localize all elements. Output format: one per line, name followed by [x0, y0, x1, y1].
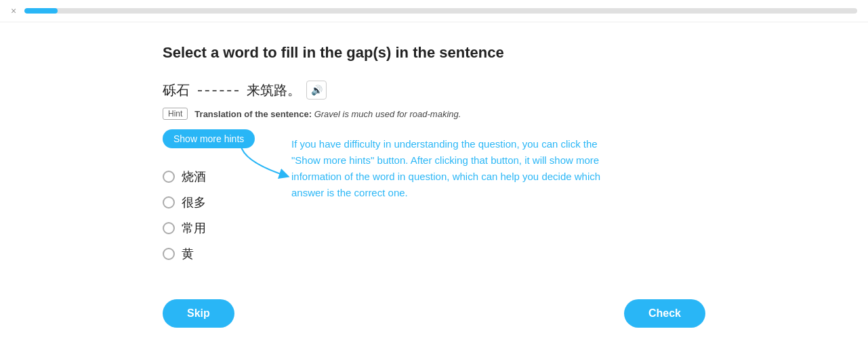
radio-0[interactable] [163, 171, 175, 183]
hint-row: Hint Translation of the sentence: Gravel… [163, 108, 705, 120]
top-bar: × [0, 0, 868, 22]
gap-underline [198, 89, 239, 91]
radio-2[interactable] [163, 222, 175, 234]
audio-button[interactable]: 🔊 [306, 81, 327, 100]
option-label-1: 很多 [182, 194, 206, 211]
speaker-icon: 🔊 [311, 85, 323, 95]
option-label-0: 烧酒 [182, 169, 206, 185]
hint-translation-value: Gravel is much used for road-making. [314, 109, 461, 119]
tooltip-arrow-icon [237, 142, 298, 186]
option-item-3[interactable]: 黄 [163, 246, 705, 262]
sentence-after: 来筑路。 [247, 81, 301, 100]
show-hints-container: Show more hints If you have difficulty i… [163, 129, 255, 162]
radio-3[interactable] [163, 248, 175, 260]
main-content: Select a word to fill in the gap(s) in t… [0, 22, 868, 293]
radio-1[interactable] [163, 196, 175, 209]
skip-button[interactable]: Skip [163, 299, 234, 328]
hint-badge: Hint [163, 108, 188, 120]
progress-bar-container [24, 8, 857, 14]
question-title: Select a word to fill in the gap(s) in t… [163, 44, 705, 62]
hint-text: Translation of the sentence: Gravel is m… [194, 109, 461, 119]
option-label-3: 黄 [182, 246, 194, 262]
bottom-bar: Skip Check [0, 299, 868, 328]
sentence-area: 砾石 来筑路。 🔊 [163, 81, 705, 100]
progress-bar-fill [24, 8, 58, 14]
option-label-2: 常用 [182, 220, 206, 236]
tooltip-text: If you have difficulty in understanding … [291, 136, 623, 201]
check-button[interactable]: Check [624, 299, 705, 328]
close-icon[interactable]: × [11, 5, 16, 16]
option-item-2[interactable]: 常用 [163, 220, 705, 236]
sentence-before: 砾石 [163, 81, 190, 100]
